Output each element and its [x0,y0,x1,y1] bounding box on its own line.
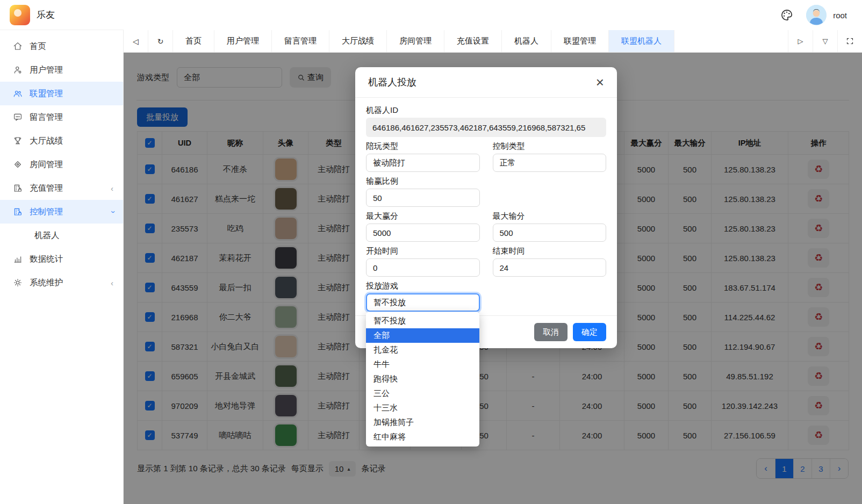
sidebar-item-label: 首页 [30,41,46,52]
dropdown-option[interactable]: 扎金花 [366,343,479,357]
message-icon [13,112,23,122]
max-lose-label: 最大输分 [493,211,607,221]
tabbar: ◁ ↻ 首页用户管理留言管理大厅战绩房间管理充值设置机器人联盟管理联盟机器人 ▷… [124,30,862,53]
dropdown-option[interactable]: 三公 [366,386,479,401]
avatar[interactable] [806,5,827,25]
close-icon[interactable]: × [596,75,604,89]
topbar: 乐友 root [0,0,862,30]
tab-more-icon[interactable]: ▽ [813,30,837,52]
sidebar-item-label: 系统维护 [30,277,63,289]
home-icon [13,41,23,51]
dropdown-option[interactable]: 暂不投放 [366,314,479,328]
control-type-label: 控制类型 [493,141,607,152]
win-ratio-input[interactable] [366,189,480,207]
sidebar-item-control[interactable]: 控制管理‹ [0,200,123,224]
sidebar-item-home[interactable]: 首页 [0,34,123,58]
fullscreen-icon[interactable] [837,30,862,52]
tab-union[interactable]: 联盟管理 [551,30,609,52]
sidebar-item-users[interactable]: 用户管理 [0,58,123,82]
dropdown-option[interactable]: 加锅推筒子 [366,415,479,430]
dropdown-option[interactable]: 跑得快 [366,372,479,386]
chevron-icon: ‹ [111,184,113,193]
app-name: 乐友 [37,9,55,21]
sidebar-item-stats[interactable]: 数据统计 [0,247,123,271]
sidebar-item-label: 数据统计 [30,254,63,265]
tab-refresh-icon[interactable]: ↻ [148,30,173,52]
tab-rooms[interactable]: 房间管理 [387,30,444,52]
dispatch-game-select[interactable] [366,293,480,312]
control-type-input[interactable] [493,154,607,172]
tab-users[interactable]: 用户管理 [214,30,272,52]
dropdown-option[interactable]: 红中麻将 [366,430,479,444]
sidebar-item-messages[interactable]: 留言管理 [0,105,123,129]
cancel-button[interactable]: 取消 [534,323,568,341]
chevron-icon: ‹ [107,211,117,213]
end-time-label: 结束时间 [493,246,607,256]
tab-union-robot[interactable]: 联盟机器人 [609,30,674,52]
tab-home[interactable]: 首页 [173,30,214,52]
max-win-input[interactable] [366,224,480,242]
tab-forward-icon[interactable]: ▷ [788,30,813,52]
sidebar-item-label: 机器人 [34,230,60,241]
max-win-label: 最大赢分 [366,211,480,221]
app-logo-icon [10,5,30,25]
start-time-input[interactable] [366,258,480,277]
robot-dispatch-modal: 机器人投放 × 机器人ID 陪玩类型 控制类型 输赢比例 [355,67,617,348]
max-lose-input[interactable] [493,224,607,242]
sidebar-item-label: 房间管理 [30,159,63,170]
sidebar: 首页用户管理联盟管理留言管理大厅战绩房间管理充值管理‹控制管理‹机器人数据统计系… [0,30,124,504]
palette-icon[interactable] [779,8,794,23]
dropdown-option[interactable]: 牛牛 [366,357,479,372]
sidebar-item-rooms[interactable]: 房间管理 [0,153,123,176]
sidebar-item-hall-record[interactable]: 大厅战绩 [0,129,123,153]
play-type-label: 陪玩类型 [366,141,480,152]
sidebar-item-label: 大厅战绩 [30,135,63,147]
brand: 乐友 [0,0,124,30]
gear-icon [13,278,23,287]
tab-robot[interactable]: 机器人 [502,30,551,52]
tab-recharge-settings[interactable]: 充值设置 [444,30,502,52]
diamond-icon [13,160,23,169]
sidebar-item-label: 联盟管理 [30,88,63,99]
tab-messages[interactable]: 留言管理 [272,30,329,52]
content-pane: 游戏类型 查询 批量投放 ✓UID昵称头像类型最大赢分最大输分IP地址操作 ✓6… [124,53,862,504]
sidebar-item-maintenance[interactable]: 系统维护‹ [0,271,123,294]
tab-back-icon[interactable]: ◁ [124,30,148,52]
robot-id-input[interactable] [366,118,606,137]
robot-id-label: 机器人ID [366,105,606,116]
dispatch-game-label: 投放游戏 [366,281,480,291]
bank-icon [13,183,23,193]
play-type-input[interactable] [366,154,480,172]
start-time-label: 开始时间 [366,246,480,256]
chevron-icon: ‹ [111,278,113,287]
sidebar-item-label: 充值管理 [30,183,63,194]
win-ratio-label: 输赢比例 [366,176,480,186]
control-icon [13,207,23,217]
sidebar-item-recharge[interactable]: 充值管理‹ [0,176,123,200]
game-dropdown: 暂不投放全部扎金花牛牛跑得快三公十三水加锅推筒子红中麻将 [366,312,479,447]
user-icon [13,65,23,75]
sidebar-item-label: 留言管理 [30,112,63,123]
modal-title: 机器人投放 [368,76,416,89]
sidebar-item-label: 控制管理 [30,206,63,218]
trophy-icon [13,136,23,146]
users-icon [13,89,23,98]
end-time-input[interactable] [493,258,607,277]
sidebar-item-union[interactable]: 联盟管理 [0,82,123,105]
tab-hall-record[interactable]: 大厅战绩 [329,30,387,52]
sidebar-item-robot[interactable]: 机器人 [0,224,123,247]
username[interactable]: root [833,11,847,20]
dropdown-option[interactable]: 十三水 [366,401,479,415]
confirm-button[interactable]: 确定 [573,323,606,341]
dropdown-option[interactable]: 全部 [366,328,479,343]
chart-icon [13,254,23,264]
sidebar-item-label: 用户管理 [30,64,63,76]
